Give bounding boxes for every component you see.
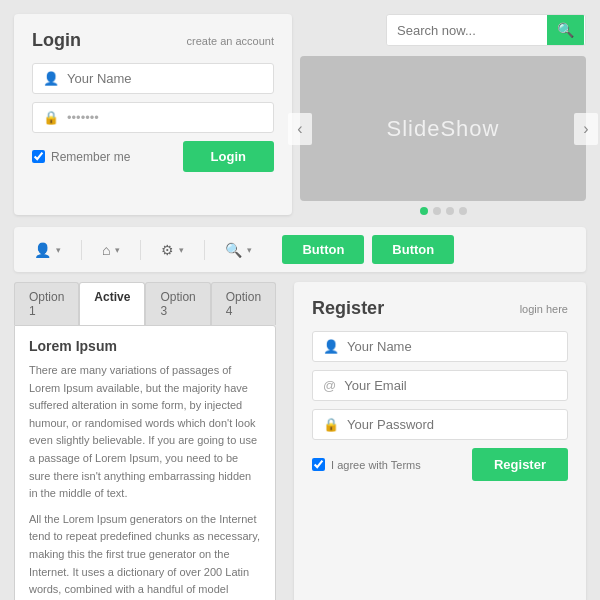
tab-option3[interactable]: Option 3 (145, 282, 210, 325)
nav-item-search[interactable]: 🔍 ▾ (217, 238, 260, 262)
slide-prev-button[interactable]: ‹ (288, 113, 312, 145)
dot-3[interactable] (446, 207, 454, 215)
register-title: Register (312, 298, 384, 319)
remember-checkbox[interactable] (32, 150, 45, 163)
user-icon: 👤 (43, 71, 59, 86)
slide-next-button[interactable]: › (574, 113, 598, 145)
register-password-input[interactable] (347, 417, 557, 432)
dot-2[interactable] (433, 207, 441, 215)
register-panel: Register login here 👤 @ 🔒 I agree with T… (294, 282, 586, 600)
remember-label[interactable]: Remember me (32, 150, 130, 164)
register-lock-icon: 🔒 (323, 417, 339, 432)
slideshow: SlideShow ‹ › (300, 56, 586, 201)
nav-divider-3 (204, 240, 205, 260)
nav-item-settings[interactable]: ⚙ ▾ (153, 238, 192, 262)
register-header: Register login here (312, 298, 568, 319)
register-email-row: @ (312, 370, 568, 401)
search-bar: 🔍 (386, 14, 586, 46)
login-title: Login (32, 30, 81, 51)
right-top-section: 🔍 SlideShow ‹ › (300, 14, 586, 215)
password-input-row: 🔒 (32, 102, 274, 133)
username-input-row: 👤 (32, 63, 274, 94)
slideshow-container: SlideShow ‹ › (300, 56, 586, 215)
lock-icon: 🔒 (43, 110, 59, 125)
register-email-icon: @ (323, 378, 336, 393)
slideshow-label: SlideShow (387, 116, 500, 142)
login-button[interactable]: Login (183, 141, 274, 172)
nav-item-user[interactable]: 👤 ▾ (26, 238, 69, 262)
username-input[interactable] (67, 71, 263, 86)
search-button[interactable]: 🔍 (547, 15, 584, 45)
content-title: Lorem Ipsum (29, 338, 261, 354)
tab-option4[interactable]: Option 4 (211, 282, 276, 325)
login-header: Login create an account (32, 30, 274, 51)
search-nav-arrow: ▾ (247, 245, 252, 255)
tab-option1[interactable]: Option 1 (14, 282, 79, 325)
password-input[interactable] (67, 110, 263, 125)
nav-button-1[interactable]: Button (282, 235, 364, 264)
navbar: 👤 ▾ ⌂ ▾ ⚙ ▾ 🔍 ▾ Button Button (14, 227, 586, 272)
user-nav-arrow: ▾ (56, 245, 61, 255)
tabs-section: Option 1 Active Option 3 Option 4 Lorem … (14, 282, 276, 600)
gear-nav-icon: ⚙ (161, 242, 174, 258)
nav-divider-1 (81, 240, 82, 260)
register-user-icon: 👤 (323, 339, 339, 354)
tab-active[interactable]: Active (79, 282, 145, 325)
terms-row: I agree with Terms Register (312, 448, 568, 481)
register-email-input[interactable] (344, 378, 557, 393)
home-nav-arrow: ▾ (115, 245, 120, 255)
dot-1[interactable] (420, 207, 428, 215)
dot-4[interactable] (459, 207, 467, 215)
nav-item-home[interactable]: ⌂ ▾ (94, 238, 128, 262)
create-account-link[interactable]: create an account (187, 35, 274, 47)
tab-content: Lorem Ipsum There are many variations of… (14, 325, 276, 600)
user-nav-icon: 👤 (34, 242, 51, 258)
nav-buttons: Button Button (282, 235, 454, 264)
login-here-link[interactable]: login here (520, 303, 568, 315)
settings-nav-arrow: ▾ (179, 245, 184, 255)
slide-dots (300, 207, 586, 215)
content-para-2: All the Lorem Ipsum generators on the In… (29, 511, 261, 600)
nav-button-2[interactable]: Button (372, 235, 454, 264)
register-password-row: 🔒 (312, 409, 568, 440)
tab-bar: Option 1 Active Option 3 Option 4 (14, 282, 276, 325)
login-panel: Login create an account 👤 🔒 Remember me … (14, 14, 292, 215)
search-input[interactable] (387, 16, 547, 45)
content-para-1: There are many variations of passages of… (29, 362, 261, 503)
home-nav-icon: ⌂ (102, 242, 110, 258)
nav-divider-2 (140, 240, 141, 260)
register-name-input[interactable] (347, 339, 557, 354)
register-button[interactable]: Register (472, 448, 568, 481)
register-name-row: 👤 (312, 331, 568, 362)
terms-checkbox[interactable] (312, 458, 325, 471)
remember-row: Remember me Login (32, 141, 274, 172)
search-nav-icon: 🔍 (225, 242, 242, 258)
terms-label[interactable]: I agree with Terms (312, 458, 421, 471)
